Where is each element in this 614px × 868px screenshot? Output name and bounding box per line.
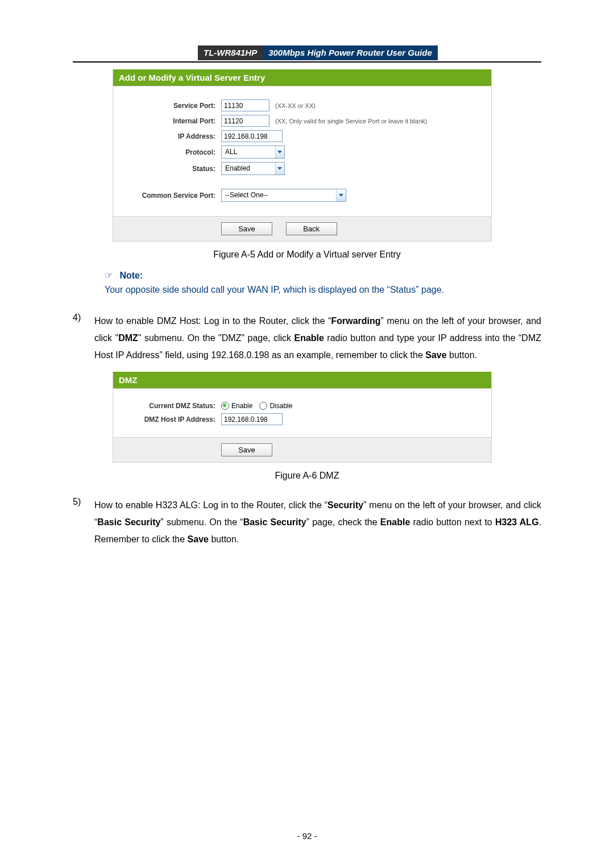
label-ip-address: IP Address: bbox=[113, 132, 221, 140]
document-page: TL-WR841HP 300Mbps High Power Router Use… bbox=[0, 0, 614, 868]
common-service-select[interactable]: --Select One-- bbox=[221, 189, 346, 202]
label-protocol: Protocol: bbox=[113, 148, 221, 156]
radio-dot-on bbox=[221, 402, 229, 410]
chevron-down-icon bbox=[275, 146, 284, 158]
status-value: Enabled bbox=[222, 163, 275, 175]
pointing-hand-icon: ☞ bbox=[105, 271, 113, 280]
step-4-number: 4) bbox=[73, 313, 94, 364]
dmz-enable-radio[interactable]: Enable bbox=[221, 402, 252, 410]
step-5-number: 5) bbox=[73, 497, 94, 548]
doc-header: TL-WR841HP 300Mbps High Power Router Use… bbox=[198, 45, 541, 60]
panel-title: Add or Modify a Virtual Server Entry bbox=[113, 69, 491, 86]
chevron-down-icon bbox=[336, 189, 346, 201]
radio-disable-label: Disable bbox=[269, 402, 292, 410]
header-divider bbox=[73, 61, 541, 63]
label-internal-port: Internal Port: bbox=[113, 117, 221, 125]
back-button[interactable]: Back bbox=[286, 222, 337, 235]
label-common-service: Common Service Port: bbox=[113, 192, 221, 200]
svg-marker-2 bbox=[339, 194, 343, 197]
guide-title: 300Mbps High Power Router User Guide bbox=[263, 45, 438, 60]
figure-a5-caption: Figure A-5 Add or Modify a Virtual serve… bbox=[73, 250, 541, 260]
label-status: Status: bbox=[113, 165, 221, 173]
common-service-value: --Select One-- bbox=[222, 189, 336, 201]
model-label: TL-WR841HP bbox=[198, 45, 263, 60]
dmz-disable-radio[interactable]: Disable bbox=[259, 402, 292, 410]
step-5: 5) How to enable H323 ALG: Log in to the… bbox=[73, 497, 541, 548]
note-body: Your opposite side should call your WAN … bbox=[105, 283, 541, 297]
note-label: Note: bbox=[119, 271, 143, 280]
svg-marker-1 bbox=[277, 167, 282, 170]
ip-address-input[interactable] bbox=[221, 130, 283, 142]
chevron-down-icon bbox=[275, 163, 284, 175]
virtual-server-panel: Add or Modify a Virtual Server Entry Ser… bbox=[113, 69, 492, 242]
hint-service-port: (XX-XX or XX) bbox=[275, 102, 316, 109]
hint-internal-port: (XX, Only valid for single Service Port … bbox=[275, 118, 427, 124]
radio-enable-label: Enable bbox=[231, 402, 252, 410]
dmz-panel: DMZ Current DMZ Status: Enable Disable D… bbox=[113, 372, 492, 463]
dmz-ip-input[interactable] bbox=[221, 413, 283, 425]
protocol-value: ALL bbox=[222, 146, 275, 158]
protocol-select[interactable]: ALL bbox=[221, 146, 285, 159]
page-number: - 92 - bbox=[0, 831, 614, 841]
svg-marker-0 bbox=[277, 151, 282, 153]
status-select[interactable]: Enabled bbox=[221, 162, 285, 175]
step-4: 4) How to enable DMZ Host: Log in to the… bbox=[73, 313, 541, 364]
step-5-text: How to enable H323 ALG: Log in to the Ro… bbox=[94, 497, 541, 548]
save-button[interactable]: Save bbox=[221, 222, 272, 235]
panel-title-dmz: DMZ bbox=[113, 372, 491, 389]
label-dmz-ip: DMZ Host IP Address: bbox=[113, 416, 221, 423]
figure-a6-caption: Figure A-6 DMZ bbox=[73, 471, 541, 481]
dmz-save-button[interactable]: Save bbox=[221, 443, 272, 456]
internal-port-input[interactable] bbox=[221, 115, 269, 127]
label-service-port: Service Port: bbox=[113, 102, 221, 110]
note-heading: ☞ Note: bbox=[105, 270, 541, 281]
radio-dot-off bbox=[259, 402, 267, 410]
label-dmz-status: Current DMZ Status: bbox=[113, 402, 221, 410]
step-4-text: How to enable DMZ Host: Log in to the Ro… bbox=[94, 313, 541, 364]
service-port-input[interactable] bbox=[221, 99, 269, 111]
